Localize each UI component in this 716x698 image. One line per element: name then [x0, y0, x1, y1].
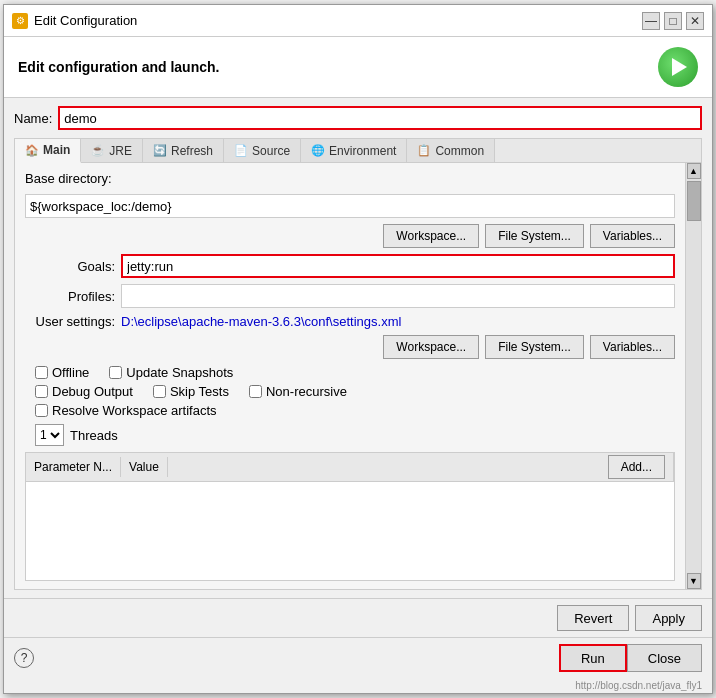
user-settings-row: User settings: D:\eclipse\apache-maven-3… [25, 314, 675, 329]
user-settings-value: D:\eclipse\apache-maven-3.6.3\conf\setti… [121, 314, 675, 329]
skip-tests-checkbox[interactable] [153, 385, 166, 398]
variables-button-1[interactable]: Variables... [590, 224, 675, 248]
source-tab-icon: 📄 [234, 144, 248, 157]
tab-common-label: Common [435, 144, 484, 158]
common-tab-icon: 📋 [417, 144, 431, 157]
scroll-up-btn[interactable]: ▲ [687, 163, 701, 179]
tabs-bar: 🏠 Main ☕ JRE 🔄 Refresh 📄 Source 🌐 Enviro… [14, 138, 702, 163]
profiles-row: Profiles: [25, 284, 675, 308]
revert-apply-row: Revert Apply [4, 598, 712, 637]
scrollbar[interactable]: ▲ ▼ [685, 163, 701, 589]
tab-refresh-label: Refresh [171, 144, 213, 158]
tab-jre[interactable]: ☕ JRE [81, 139, 143, 162]
workspace-button-1[interactable]: Workspace... [383, 224, 479, 248]
checkbox-row-2: Debug Output Skip Tests Non-recursive [35, 384, 675, 399]
non-recursive-checkbox[interactable] [249, 385, 262, 398]
run-icon [658, 47, 698, 87]
variables-button-2[interactable]: Variables... [590, 335, 675, 359]
scroll-down-btn[interactable]: ▼ [687, 573, 701, 589]
maximize-button[interactable]: □ [664, 12, 682, 30]
watermark: http://blog.csdn.net/java_fly1 [4, 678, 712, 693]
goals-row: Goals: [25, 254, 675, 278]
footer-row: ? Run Close [4, 637, 712, 678]
checkbox-non-recursive[interactable]: Non-recursive [249, 384, 347, 399]
tab-source-label: Source [252, 144, 290, 158]
panel-content: Base directory: Workspace... File System… [15, 163, 685, 589]
tab-jre-label: JRE [109, 144, 132, 158]
profiles-label: Profiles: [25, 289, 115, 304]
title-bar-text: Edit Configuration [34, 13, 636, 28]
scrollbar-thumb[interactable] [687, 181, 701, 221]
name-label: Name: [14, 111, 52, 126]
run-button[interactable]: Run [559, 644, 627, 672]
close-button-footer[interactable]: Close [627, 644, 702, 672]
jre-tab-icon: ☕ [91, 144, 105, 157]
update-snapshots-label: Update Snapshots [126, 365, 233, 380]
name-input[interactable] [58, 106, 702, 130]
tab-source[interactable]: 📄 Source [224, 139, 301, 162]
title-bar-controls: — □ ✕ [642, 12, 704, 30]
threads-select[interactable]: 1 2 4 8 [35, 424, 64, 446]
offline-label: Offline [52, 365, 89, 380]
checkbox-row-1: Offline Update Snapshots [35, 365, 675, 380]
tab-environment-label: Environment [329, 144, 396, 158]
tab-main-label: Main [43, 143, 70, 157]
table-col-param: Parameter N... [26, 457, 121, 477]
header-area: Edit configuration and launch. [4, 37, 712, 98]
table-header: Parameter N... Value Add... [26, 453, 674, 482]
skip-tests-label: Skip Tests [170, 384, 229, 399]
base-directory-label: Base directory: [25, 171, 675, 186]
offline-checkbox[interactable] [35, 366, 48, 379]
user-settings-buttons: Workspace... File System... Variables... [25, 335, 675, 359]
debug-output-checkbox[interactable] [35, 385, 48, 398]
user-settings-label: User settings: [25, 314, 115, 329]
content-area: Name: 🏠 Main ☕ JRE 🔄 Refresh 📄 Source � [4, 98, 712, 598]
tab-environment[interactable]: 🌐 Environment [301, 139, 407, 162]
filesystem-button-1[interactable]: File System... [485, 224, 584, 248]
parameter-table: Parameter N... Value Add... [25, 452, 675, 581]
revert-button[interactable]: Revert [557, 605, 629, 631]
update-snapshots-checkbox[interactable] [109, 366, 122, 379]
workspace-button-2[interactable]: Workspace... [383, 335, 479, 359]
tab-main[interactable]: 🏠 Main [15, 139, 81, 163]
help-button[interactable]: ? [14, 648, 34, 668]
close-button[interactable]: ✕ [686, 12, 704, 30]
main-tab-icon: 🏠 [25, 144, 39, 157]
dialog-icon: ⚙ [12, 13, 28, 29]
tab-common[interactable]: 📋 Common [407, 139, 495, 162]
filesystem-button-2[interactable]: File System... [485, 335, 584, 359]
threads-row: 1 2 4 8 Threads [25, 424, 675, 446]
base-dir-buttons: Workspace... File System... Variables... [25, 224, 675, 248]
threads-label: Threads [70, 428, 118, 443]
resolve-workspace-label: Resolve Workspace artifacts [52, 403, 217, 418]
profiles-input[interactable] [121, 284, 675, 308]
edit-configuration-dialog: ⚙ Edit Configuration — □ ✕ Edit configur… [3, 4, 713, 694]
checkbox-row-3: Resolve Workspace artifacts [35, 403, 675, 418]
minimize-button[interactable]: — [642, 12, 660, 30]
add-button[interactable]: Add... [608, 455, 665, 479]
tab-refresh[interactable]: 🔄 Refresh [143, 139, 224, 162]
header-title: Edit configuration and launch. [18, 59, 219, 75]
title-bar: ⚙ Edit Configuration — □ ✕ [4, 5, 712, 37]
table-col-value: Value [121, 457, 168, 477]
main-tab-panel: Base directory: Workspace... File System… [14, 163, 702, 590]
name-row: Name: [14, 106, 702, 130]
non-recursive-label: Non-recursive [266, 384, 347, 399]
env-tab-icon: 🌐 [311, 144, 325, 157]
checkbox-update-snapshots[interactable]: Update Snapshots [109, 365, 233, 380]
checkbox-debug-output[interactable]: Debug Output [35, 384, 133, 399]
checkbox-skip-tests[interactable]: Skip Tests [153, 384, 229, 399]
checkboxes-area: Offline Update Snapshots Debug Output [25, 365, 675, 418]
checkbox-resolve-workspace[interactable]: Resolve Workspace artifacts [35, 403, 217, 418]
refresh-tab-icon: 🔄 [153, 144, 167, 157]
debug-output-label: Debug Output [52, 384, 133, 399]
checkbox-offline[interactable]: Offline [35, 365, 89, 380]
goals-input[interactable] [121, 254, 675, 278]
apply-button[interactable]: Apply [635, 605, 702, 631]
base-directory-input[interactable] [25, 194, 675, 218]
resolve-workspace-checkbox[interactable] [35, 404, 48, 417]
goals-label: Goals: [25, 259, 115, 274]
